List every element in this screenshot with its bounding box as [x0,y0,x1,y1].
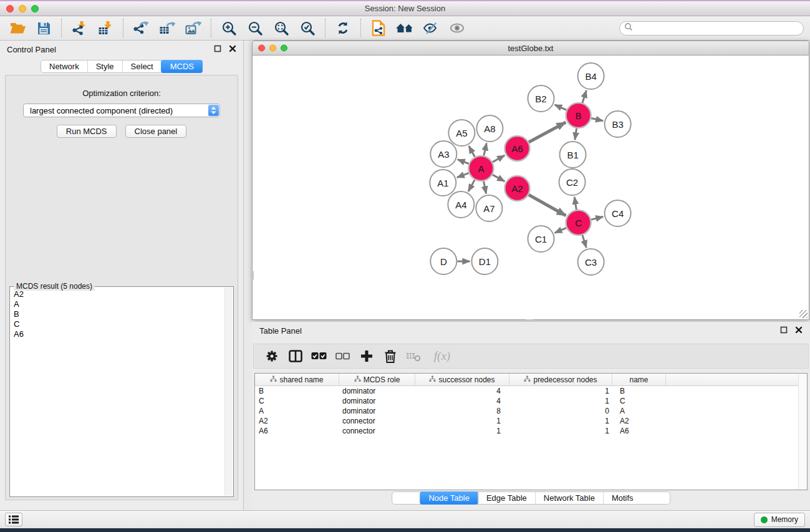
list-item[interactable]: A [14,299,221,309]
tab-edge-table[interactable]: Edge Table [478,492,535,504]
search-input[interactable] [635,24,799,32]
graph-edge-A-A8[interactable] [484,143,486,155]
table-row[interactable]: Cdominator41C [255,396,807,406]
tab-motifs[interactable]: Motifs [603,492,642,504]
graph-edge-A-A1[interactable] [457,173,469,177]
close-network-window-button[interactable] [258,45,265,52]
list-item[interactable]: C [14,319,221,329]
graph-edge-B-B3[interactable] [591,118,603,121]
delete-column-icon[interactable] [378,346,402,367]
graph-edge-A-A4[interactable] [468,180,475,191]
function-builder-button[interactable]: f(x) [426,346,458,367]
graph-node-A3[interactable]: A3 [430,141,456,167]
list-item[interactable]: B [14,309,221,319]
graph-node-D1[interactable]: D1 [471,248,498,274]
graph-node-B1[interactable]: B1 [560,142,586,168]
refresh-icon[interactable] [332,18,354,38]
tab-mcds[interactable]: MCDS [161,60,203,73]
graph-node-B4[interactable]: B4 [578,63,604,89]
titlebar[interactable]: Session: New Session [0,0,810,16]
close-panel-button[interactable]: Close panel [125,125,187,138]
graph-edge-B-B4[interactable] [582,90,586,103]
table-row[interactable]: A2connector11A2 [255,416,807,426]
column-header-predecessor-nodes[interactable]: predecessor nodes [509,374,612,385]
criterion-dropdown[interactable]: largest connected component (directed) [23,104,220,117]
table-row[interactable]: A6connector11A6 [255,426,807,436]
network-from-file-icon[interactable] [367,18,390,38]
graph-edge-A2-C[interactable] [529,195,566,215]
zoom-out-icon[interactable] [244,18,266,38]
column-header-successor-nodes[interactable]: successor nodes [415,374,509,385]
graph-node-A4[interactable]: A4 [448,191,474,218]
graph-edge-C-C2[interactable] [574,197,576,210]
table-row[interactable]: Bdominator41B [255,386,807,396]
network-window-titlebar[interactable]: testGlobe.txt [252,41,809,56]
list-item[interactable]: A2 [14,289,221,299]
graph-edge-B-B2[interactable] [554,105,566,110]
save-session-icon[interactable] [32,18,55,38]
graph-node-C1[interactable]: C1 [528,226,554,252]
graph-edge-C-C1[interactable] [555,228,567,233]
column-header-name[interactable]: name [612,374,666,385]
close-panel-icon[interactable] [229,45,236,54]
float-panel-icon[interactable] [214,45,221,54]
graph-node-C[interactable]: C [566,210,591,235]
delete-table-icon[interactable] [402,346,426,367]
graph-edge-B-B1[interactable] [575,128,577,140]
graph-node-A5[interactable]: A5 [448,120,475,146]
graph-edge-A6-B[interactable] [529,122,566,142]
hide-graphics-icon[interactable] [420,18,442,38]
graph-edge-A-A5[interactable] [469,146,475,157]
export-image-icon[interactable] [182,18,205,38]
graph-node-A2[interactable]: A2 [504,176,529,201]
task-history-icon[interactable] [5,513,22,526]
graph-node-A6[interactable]: A6 [504,136,529,161]
zoom-network-window-button[interactable] [281,45,287,52]
graph-node-A7[interactable]: A7 [476,195,502,221]
column-header-shared-name[interactable]: shared name [255,374,339,385]
open-session-icon[interactable] [6,18,29,38]
deselect-all-icon[interactable] [331,346,355,367]
float-table-panel-icon[interactable] [780,326,788,336]
column-header-MCDS-role[interactable]: MCDS role [339,374,415,385]
resize-grip-icon[interactable] [799,310,808,318]
minimize-network-window-button[interactable] [269,45,276,52]
tab-network[interactable]: Network [41,60,87,72]
add-column-icon[interactable] [355,346,378,367]
graph-node-C3[interactable]: C3 [578,249,604,275]
table-settings-icon[interactable] [260,346,284,367]
graph-node-A1[interactable]: A1 [430,170,456,196]
show-columns-icon[interactable] [284,346,307,367]
close-window-button[interactable] [6,5,14,12]
graph-edge-A-A3[interactable] [458,160,469,164]
tab-node-table[interactable]: Node Table [420,491,478,505]
select-all-icon[interactable] [307,346,331,367]
minimize-window-button[interactable] [19,5,26,12]
table-row[interactable]: Adominator80A [255,406,807,416]
export-table-icon[interactable] [156,18,178,38]
zoom-selected-icon[interactable] [296,18,319,38]
graph-node-C2[interactable]: C2 [559,169,586,195]
graph-edge-A-A2[interactable] [493,175,504,181]
mcds-result-list[interactable]: A2ABCA6 [11,288,223,495]
graph-edge-A-A6[interactable] [493,155,504,162]
list-item[interactable]: A6 [14,329,221,339]
graph-node-B[interactable]: B [566,103,591,128]
graph-edge-C-C3[interactable] [582,235,586,248]
graph-node-A[interactable]: A [468,156,493,181]
result-scrollbar[interactable] [224,288,233,496]
network-window[interactable]: testGlobe.txt B4B2BB3A5A8A6A3B1AA1C2A2A4… [252,41,809,320]
splitter-handle-left[interactable] [251,271,254,280]
home-icon[interactable] [393,18,416,38]
zoom-window-button[interactable] [31,5,39,12]
memory-button[interactable]: Memory [754,513,805,527]
table-scrollbar[interactable] [798,374,807,490]
network-canvas[interactable]: B4B2BB3A5A8A6A3B1AA1C2A2A4A7C4CC1DD1C3 [252,56,809,320]
zoom-in-icon[interactable] [218,18,240,38]
export-network-icon[interactable] [130,18,152,38]
close-table-panel-icon[interactable] [795,326,803,336]
tab-style[interactable]: Style [87,60,122,72]
graph-node-B2[interactable]: B2 [528,85,554,112]
search-box[interactable] [619,21,804,36]
run-mcds-button[interactable]: Run MCDS [57,125,117,138]
